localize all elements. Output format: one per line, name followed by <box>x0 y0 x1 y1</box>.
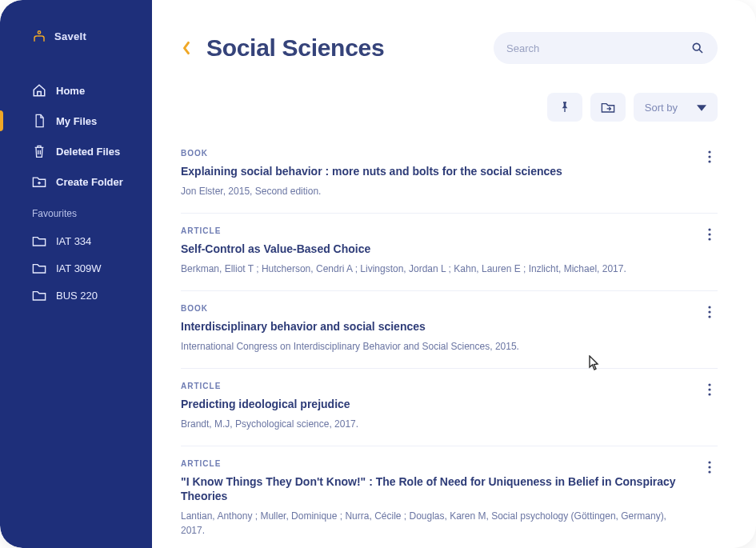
list-item[interactable]: ARTICLE "I Know Things They Don't Know!"… <box>181 446 718 548</box>
favourite-label: IAT 334 <box>56 235 91 247</box>
favourite-item[interactable]: IAT 309W <box>0 254 152 282</box>
entry-more-button[interactable] <box>702 458 718 477</box>
entry-more-button[interactable] <box>702 225 718 244</box>
search-field[interactable] <box>494 32 718 64</box>
nav-label: My Files <box>56 115 97 127</box>
entry-meta: Berkman, Elliot T ; Hutcherson, Cendri A… <box>181 262 669 276</box>
list-item[interactable]: ARTICLE Predicting ideological prejudice… <box>181 369 718 446</box>
list-item[interactable]: ARTICLE Self-Control as Value-Based Choi… <box>181 214 718 291</box>
entry-more-button[interactable] <box>702 302 718 322</box>
entry-type: ARTICLE <box>181 459 718 468</box>
entry-meta: International Congress on Interdisciplin… <box>181 339 669 354</box>
nav-label: Deleted Files <box>56 146 120 158</box>
svg-point-13 <box>708 388 710 390</box>
sort-label: Sort by <box>645 102 678 114</box>
favourite-item[interactable]: BUS 220 <box>0 282 152 309</box>
more-vertical-icon <box>702 150 717 164</box>
svg-point-10 <box>708 310 710 313</box>
folder-icon <box>32 288 46 302</box>
chevron-down-icon <box>697 102 706 114</box>
sort-button[interactable]: Sort by <box>634 93 718 122</box>
svg-point-14 <box>708 393 710 395</box>
svg-point-5 <box>708 160 710 162</box>
nav-item-deleted-files[interactable]: Deleted Files <box>0 136 152 166</box>
entry-type: BOOK <box>181 304 718 313</box>
move-folder-button[interactable] <box>590 93 626 122</box>
list-item[interactable]: BOOK Explaining social behavior : more n… <box>181 136 718 214</box>
entry-meta: Brandt, M.J, Psychological science, 2017… <box>181 417 669 431</box>
favourite-item[interactable]: IAT 334 <box>0 227 152 254</box>
entry-title: Interdisciplinary behavior and social sc… <box>181 319 718 334</box>
svg-point-4 <box>708 155 710 158</box>
more-vertical-icon <box>702 382 717 397</box>
entry-title: Explaining social behavior : more nuts a… <box>181 164 718 179</box>
primary-nav: Home My Files Deleted Files Create Folde… <box>0 75 152 197</box>
entry-more-button[interactable] <box>702 147 718 166</box>
more-vertical-icon <box>702 227 717 242</box>
svg-point-15 <box>708 461 710 463</box>
list-item[interactable]: BOOK Interdisciplinary behavior and soci… <box>181 291 718 369</box>
svg-point-3 <box>708 150 710 153</box>
search-input[interactable] <box>506 42 684 54</box>
entry-title: Predicting ideological prejudice <box>181 397 718 412</box>
entry-type: ARTICLE <box>181 382 718 390</box>
nav-item-home[interactable]: Home <box>0 75 152 106</box>
toolbar: Sort by <box>181 93 718 122</box>
entries-list: BOOK Explaining social behavior : more n… <box>181 136 718 548</box>
nav-label: Create Folder <box>56 176 123 188</box>
favourites-heading: Favourites <box>0 197 152 227</box>
svg-point-9 <box>708 306 710 308</box>
svg-point-6 <box>708 228 710 230</box>
nav-item-create-folder[interactable]: Create Folder <box>0 166 152 197</box>
svg-point-17 <box>708 470 710 473</box>
folder-move-icon <box>601 100 615 114</box>
entry-more-button[interactable] <box>702 380 718 399</box>
entry-title: Self-Control as Value-Based Choice <box>181 242 718 257</box>
file-icon <box>32 114 46 128</box>
sidebar: SaveIt Home My Files Deleted Files <box>0 0 152 548</box>
folder-plus-icon <box>32 174 46 189</box>
svg-point-16 <box>708 466 710 468</box>
entry-meta: Lantian, Anthony ; Muller, Dominique ; N… <box>181 509 669 538</box>
app-frame: SaveIt Home My Files Deleted Files <box>0 0 756 548</box>
more-vertical-icon <box>702 460 717 474</box>
back-button[interactable] <box>181 40 192 56</box>
entry-type: ARTICLE <box>181 226 718 235</box>
favourite-label: IAT 309W <box>56 262 102 274</box>
svg-rect-2 <box>564 108 565 112</box>
main-content: Social Sciences Sort by <box>152 0 756 548</box>
home-icon <box>32 83 46 98</box>
folder-icon <box>32 234 46 248</box>
header-row: Social Sciences <box>181 32 718 64</box>
nav-label: Home <box>56 85 85 97</box>
more-vertical-icon <box>702 305 717 319</box>
trash-icon <box>32 144 46 158</box>
svg-point-8 <box>708 238 710 240</box>
entry-title: "I Know Things They Don't Know!" : The R… <box>181 474 718 505</box>
entry-meta: Jon Elster, 2015, Second edition. <box>181 184 669 198</box>
nav-item-my-files[interactable]: My Files <box>0 106 152 136</box>
brand-text: SaveIt <box>54 30 86 42</box>
folder-icon <box>32 261 46 275</box>
svg-point-12 <box>708 383 710 386</box>
entry-type: BOOK <box>181 149 718 158</box>
brand-icon <box>32 29 46 43</box>
svg-point-11 <box>708 315 710 318</box>
pin-button[interactable] <box>547 93 582 122</box>
favourite-label: BUS 220 <box>56 290 98 302</box>
svg-point-0 <box>38 31 40 34</box>
svg-point-7 <box>708 233 710 235</box>
page-title: Social Sciences <box>206 34 384 62</box>
pin-icon <box>558 100 572 114</box>
search-icon <box>690 41 705 55</box>
brand[interactable]: SaveIt <box>0 29 152 43</box>
favourites-list: IAT 334 IAT 309W BUS 220 <box>0 227 152 309</box>
svg-point-1 <box>693 43 700 50</box>
